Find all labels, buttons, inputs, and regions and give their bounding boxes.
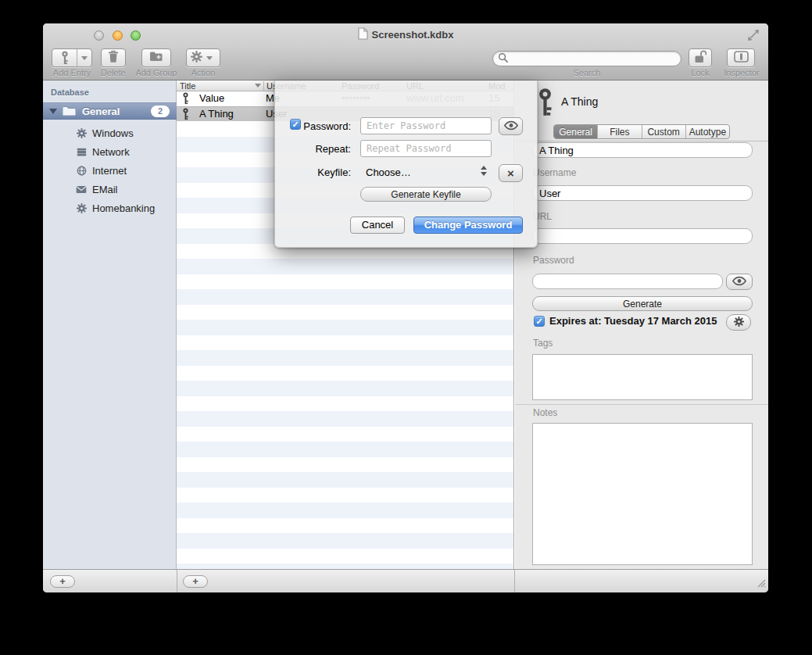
folder-icon xyxy=(62,106,77,116)
add-group-button[interactable] xyxy=(141,48,171,67)
add-entry-footer-button[interactable]: + xyxy=(183,575,208,588)
tab-general[interactable]: General xyxy=(554,125,598,138)
resize-grip[interactable] xyxy=(755,577,766,591)
window-title-text: Screenshot.kdbx xyxy=(372,29,454,41)
url-field[interactable] xyxy=(532,228,753,244)
key-icon xyxy=(182,108,189,123)
sidebar-group-label: General xyxy=(82,106,120,117)
change-password-dialog: ✓ Password: Repeat: Keyfile: Choose… × G… xyxy=(274,81,538,248)
footer-bar: + + xyxy=(43,569,768,592)
notes-label: Notes xyxy=(533,407,557,418)
tab-files[interactable]: Files xyxy=(598,125,642,138)
cell-title: A Thing xyxy=(199,108,234,120)
sidebar: Database General 2 Windows Network Inter… xyxy=(43,81,177,569)
dialog-keyfile-label: Keyfile: xyxy=(283,166,351,178)
gear-icon xyxy=(191,51,202,66)
cell-title: Value xyxy=(199,92,224,104)
username-label: Username xyxy=(533,167,576,178)
keyfile-popup-value[interactable]: Choose… xyxy=(366,166,411,178)
sidebar-item-windows[interactable]: Windows xyxy=(43,123,177,142)
toolbar: Add Entry Delete Add Group Action xyxy=(43,45,768,81)
lock-label: Lock xyxy=(689,68,712,77)
add-entry-label: Add Entry xyxy=(52,68,92,77)
magnifier-icon xyxy=(498,52,508,66)
tags-input[interactable] xyxy=(532,354,753,400)
show-password-button[interactable] xyxy=(726,274,753,290)
expires-checkbox[interactable]: ✓ xyxy=(534,316,545,327)
delete-button[interactable] xyxy=(101,48,126,67)
close-icon: × xyxy=(507,167,514,179)
sidebar-group-general[interactable]: General 2 xyxy=(43,102,177,120)
sidebar-item-email[interactable]: EMail xyxy=(43,180,177,199)
add-group-footer-button[interactable]: + xyxy=(50,575,75,588)
sidebar-item-homebanking[interactable]: Homebanking xyxy=(43,199,177,217)
change-password-button[interactable]: Change Password xyxy=(413,217,523,234)
action-label: Action xyxy=(186,68,220,77)
add-group-label: Add Group xyxy=(132,68,181,77)
app-window: Screenshot.kdbx Add Entry Delete Add Gro… xyxy=(43,23,768,592)
inspector-icon xyxy=(734,51,749,66)
dialog-password-input[interactable] xyxy=(360,117,492,134)
sidebar-item-network[interactable]: Network xyxy=(43,142,177,161)
chevron-down-icon xyxy=(81,56,88,60)
fullscreen-icon[interactable] xyxy=(746,28,760,45)
sidebar-item-label: Windows xyxy=(92,127,134,139)
sidebar-item-label: Internet xyxy=(92,165,127,177)
footer-divider xyxy=(514,570,515,592)
gear-icon xyxy=(74,128,88,138)
search-label: Search xyxy=(492,68,681,77)
sidebar-item-internet[interactable]: Internet xyxy=(43,161,177,180)
tab-custom[interactable]: Custom xyxy=(642,125,686,138)
inspector-panel: A Thing General Files Custom Autotype Us… xyxy=(515,81,768,569)
show-password-button[interactable] xyxy=(499,117,523,135)
password-field[interactable] xyxy=(532,274,723,289)
envelope-icon xyxy=(74,185,88,194)
inspector-tabs: General Files Custom Autotype xyxy=(553,124,730,139)
popup-stepper-icon[interactable] xyxy=(481,166,488,177)
chevron-down-icon xyxy=(206,56,213,60)
tags-label: Tags xyxy=(533,338,553,349)
cancel-button[interactable]: Cancel xyxy=(350,217,405,234)
sidebar-item-label: EMail xyxy=(92,184,118,195)
entry-count-badge: 2 xyxy=(151,106,170,117)
folder-add-icon xyxy=(149,51,163,65)
inspector-button[interactable] xyxy=(727,48,755,67)
server-icon xyxy=(74,147,88,157)
gear-icon xyxy=(734,316,744,330)
document-icon xyxy=(358,27,368,42)
titlebar: Screenshot.kdbx xyxy=(43,23,768,45)
column-header-title[interactable]: Title xyxy=(180,81,195,91)
expires-settings-button[interactable] xyxy=(726,314,751,331)
disclosure-triangle-icon[interactable] xyxy=(49,109,57,114)
clear-keyfile-button[interactable]: × xyxy=(499,164,523,182)
eye-icon xyxy=(503,120,519,134)
sort-descending-icon xyxy=(255,84,261,88)
username-field[interactable] xyxy=(532,185,753,201)
title-field[interactable] xyxy=(532,142,753,158)
footer-divider xyxy=(177,570,177,592)
inspector-entry-title: A Thing xyxy=(561,95,598,108)
add-entry-button[interactable] xyxy=(52,48,92,67)
key-icon xyxy=(52,51,77,65)
action-button[interactable] xyxy=(186,48,220,67)
generate-keyfile-button[interactable]: Generate Keyfile xyxy=(360,187,492,202)
notes-input[interactable] xyxy=(532,423,753,565)
desktop: Screenshot.kdbx Add Entry Delete Add Gro… xyxy=(0,0,812,655)
search-input[interactable] xyxy=(511,53,667,64)
sidebar-section-header: Database xyxy=(51,88,89,97)
split-divider xyxy=(77,49,77,66)
password-label: Password xyxy=(533,255,574,266)
dialog-repeat-input[interactable] xyxy=(360,140,492,157)
column-divider[interactable] xyxy=(263,81,264,91)
tab-autotype[interactable]: Autotype xyxy=(686,125,729,138)
key-icon xyxy=(182,92,189,107)
expires-label: Expires at: Tuesday 17 March 2015 xyxy=(549,315,717,327)
lock-button[interactable] xyxy=(689,48,712,67)
sidebar-item-label: Homebanking xyxy=(92,202,155,214)
section-divider xyxy=(515,404,768,405)
dialog-password-label: Password: xyxy=(283,120,351,132)
eye-icon xyxy=(732,275,747,289)
generate-password-button[interactable]: Generate xyxy=(532,296,753,311)
delete-label: Delete xyxy=(95,68,132,77)
search-field[interactable] xyxy=(492,51,681,66)
